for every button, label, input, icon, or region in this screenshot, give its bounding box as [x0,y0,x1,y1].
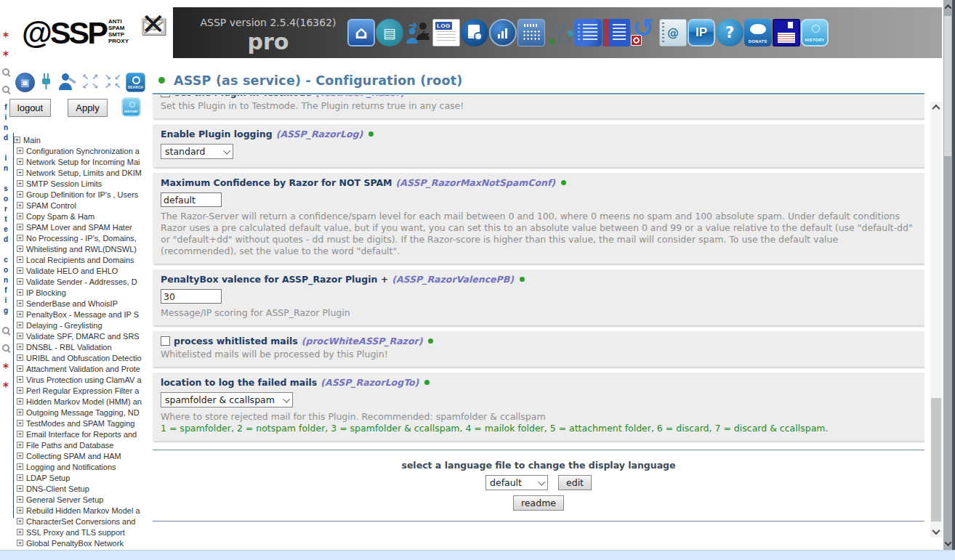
sidebar-item[interactable]: File Paths and Database [14,439,153,450]
notebook-blue-icon[interactable] [574,19,602,46]
log-file-icon[interactable]: LOG [432,19,460,46]
expand-icon[interactable] [17,245,23,252]
history-small-icon[interactable]: HISTORY [121,97,141,117]
plug-icon[interactable] [39,71,53,94]
sidebar-item[interactable]: Virus Protection using ClamAV a [14,374,153,385]
sidebar-item[interactable]: Attachment Validation and Prote [14,363,153,374]
collapse-all-icon[interactable] [103,73,122,92]
sidebar-item[interactable]: Group Definition for IP's , Users [14,189,153,200]
sidebar-item[interactable]: Validate HELO and EHLO [14,265,153,276]
donate-icon[interactable]: DONATE [744,19,772,46]
pin-icon[interactable] [3,362,9,370]
expand-icon[interactable] [14,137,20,143]
sidebar-item[interactable]: SPAM Lover and SPAM Hater [14,222,153,232]
pin-icon[interactable] [3,381,9,389]
expand-icon[interactable] [17,398,23,405]
sidebar-item[interactable]: URIBL and Obfuscation Detectio [14,352,153,363]
window-scroll-down-arrow[interactable] [943,538,952,548]
sidebar-item[interactable]: PenaltyBox - Message and IP S [14,309,153,320]
health-check-icon[interactable]: ★ [546,19,573,46]
sidebar-item[interactable]: Validate Sender - Addresses, D [14,276,153,287]
search-button[interactable]: SEARCH [126,73,145,92]
expand-icon[interactable] [17,442,23,448]
expand-icon[interactable] [17,387,23,394]
home-icon[interactable] [347,19,375,46]
sidebar-item[interactable]: SMTP Session Limits [14,178,153,189]
expand-icon[interactable] [17,431,23,437]
expand-icon[interactable] [17,235,23,241]
expand-icon[interactable] [17,453,23,459]
content-scrollbar[interactable] [930,102,942,537]
expand-icon[interactable] [17,158,23,165]
sidebar-item[interactable]: TestModes and SPAM Tagging [14,418,153,429]
testmode-checkbox[interactable] [161,95,170,97]
sidebar-item[interactable]: LDAP Setup [14,472,153,483]
window-scrollbar-thumb[interactable] [944,16,951,156]
sidebar-item[interactable]: General Server Setup [14,494,153,505]
expand-icon[interactable] [17,224,23,230]
expand-icon[interactable] [17,169,23,176]
ip-info-icon[interactable]: IP [688,19,715,46]
sidebar-item[interactable]: Global PenaltyBox Network [14,537,153,548]
expand-icon[interactable] [17,278,23,285]
edit-button[interactable]: edit [558,475,592,490]
sidebar-item[interactable]: Email Interface for Reports and [14,429,153,439]
window-scroll-up-arrow[interactable] [943,1,952,12]
magnifier-icon[interactable] [2,327,9,334]
expand-icon[interactable] [17,289,23,296]
expand-icon[interactable] [17,496,23,503]
magnifier-icon[interactable] [2,68,9,76]
plugin-logging-select[interactable]: standard [161,144,233,159]
expand-icon[interactable] [17,376,23,383]
search-document-icon[interactable] [461,19,488,46]
config-sync-icon[interactable] [15,73,35,92]
magnifier-icon[interactable] [2,86,9,93]
statistics-globe-icon[interactable] [489,19,517,46]
sidebar-item[interactable]: Copy Spam & Ham [14,211,153,222]
sidebar-item[interactable]: Hidden Markov Model (HMM) an [14,396,153,407]
expand-icon[interactable] [17,485,23,492]
save-config-icon[interactable] [773,19,800,46]
pin-icon[interactable] [3,49,9,58]
expand-icon[interactable] [17,365,23,372]
expand-icon[interactable] [17,180,23,187]
history-icon[interactable]: HISTORY [801,19,829,46]
sidebar-item[interactable]: Outgoing Message Tagging, ND [14,407,153,418]
notebook-red-icon[interactable] [603,19,630,46]
log-location-select[interactable]: spamfolder & ccallspam [161,392,293,407]
sidebar-item[interactable]: DNSBL - RBL Validation [14,341,153,352]
expand-icon[interactable] [17,409,23,415]
sidebar-item[interactable]: Validate SPF, DMARC and SRS [14,330,153,341]
sidebar-item[interactable]: Perl Regular Expression Filter a [14,385,153,396]
expand-icon[interactable] [17,256,23,263]
process-whitelisted-checkbox[interactable] [161,336,170,346]
window-scrollbar[interactable] [943,0,952,550]
sidebar-item[interactable]: Rebuild Hidden Markov Model a [14,505,153,516]
penaltybox-valence-input[interactable] [161,289,222,304]
expand-icon[interactable] [17,507,23,514]
sidebar-item[interactable]: IP Blocking [14,287,153,298]
pin-icon[interactable] [3,31,9,39]
expand-icon[interactable] [17,540,23,546]
sidebar-item[interactable]: Network Setup, Limits and DKIM [14,167,153,178]
expand-icon[interactable] [17,529,23,535]
expand-icon[interactable] [17,463,23,470]
expand-all-icon[interactable] [81,73,100,92]
expand-icon[interactable] [17,354,23,361]
expand-icon[interactable] [17,202,23,208]
apply-button[interactable]: Apply [68,99,108,117]
sidebar-item[interactable]: CharacterSet Conversions and [14,516,153,527]
expand-icon[interactable] [17,213,23,219]
expand-icon[interactable] [17,267,23,274]
sidebar-item[interactable]: SSL Proxy and TLS support [14,527,153,537]
user-transfer-icon[interactable] [404,19,432,46]
sidebar-item[interactable]: SPAM Control [14,200,153,211]
sidebar-item[interactable]: Configuration Synchronization a [14,145,153,156]
sidebar-item[interactable]: No Processing - IP's, Domains, [14,232,153,243]
restart-icon[interactable] [631,19,658,46]
logout-button[interactable]: logout [9,99,51,117]
sidebar-item[interactable]: Whitelisting and RWL(DNSWL) [14,243,153,254]
expand-icon[interactable] [17,420,23,426]
sidebar-item[interactable]: Network Setup for Incoming Mai [14,156,153,167]
scroll-down-arrow[interactable] [930,526,942,537]
